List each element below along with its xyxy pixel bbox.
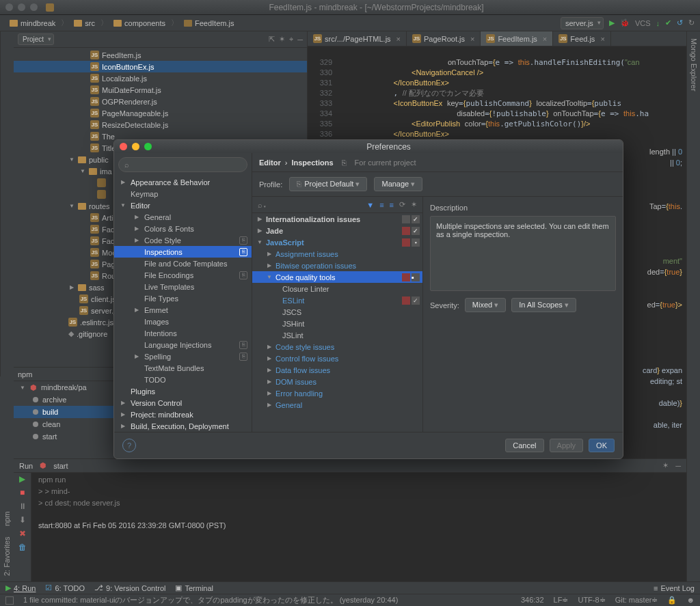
trash-icon[interactable]: 🗑 (18, 542, 27, 552)
pref-item[interactable]: Live Templates (114, 281, 252, 292)
vcs-commit-icon[interactable]: ✔ (665, 18, 671, 27)
inspection-item[interactable]: Closure Linter (252, 283, 422, 294)
hide-icon[interactable]: ─ (675, 462, 681, 470)
tool-version-control[interactable]: ⎇9: Version Control (94, 583, 165, 592)
pref-category[interactable]: ▶Build, Execution, Deployment (114, 420, 252, 432)
pref-item[interactable]: ▶Colors & Fonts (114, 223, 252, 234)
run-config-selector[interactable]: server.js (561, 17, 604, 29)
filter-icon[interactable]: ▼ (366, 201, 374, 209)
inspection-category[interactable]: ▼JavaScript▪ (252, 236, 422, 248)
pref-item[interactable]: TODO (114, 374, 252, 385)
file-row[interactable]: JSIconButtonEx.js (14, 61, 307, 72)
debug-icon[interactable]: 🐞 (620, 18, 630, 27)
collapse-icon[interactable]: ≡ (390, 201, 394, 209)
down-icon[interactable]: ⬇ (19, 515, 26, 525)
pref-item[interactable]: File Types (114, 292, 252, 304)
inspection-category[interactable]: ▶Internationalization issues✓ (252, 213, 422, 225)
close-icon[interactable]: × (470, 35, 474, 43)
dialog-traffic-lights[interactable] (120, 143, 152, 150)
stop-icon[interactable]: ■ (20, 488, 25, 497)
inspection-item[interactable]: JSLint (252, 329, 422, 341)
run-icon[interactable]: ▶ (609, 18, 615, 27)
breadcrumb-item[interactable]: FeedItem.js (180, 18, 238, 29)
scope-selector[interactable]: In All Scopes (511, 298, 576, 312)
close-icon[interactable]: × (600, 35, 604, 43)
chevron-down-icon[interactable]: ▼ (68, 203, 75, 209)
file-row[interactable]: JSResizeDetectable.js (14, 119, 307, 130)
window-traffic-lights[interactable] (5, 3, 38, 11)
minimize-icon[interactable] (132, 143, 139, 150)
inspection-code-quality-tools[interactable]: ▼Code quality tools▪ (252, 271, 422, 283)
project-scope-selector[interactable]: Project (18, 33, 54, 45)
tool-mongo[interactable]: Mongo Explorer (690, 38, 698, 92)
pref-item-inspections[interactable]: Inspections⎘ (114, 246, 252, 258)
pref-item[interactable]: Language Injections⎘ (114, 339, 252, 350)
close-icon[interactable]: ✖ (19, 529, 26, 538)
breadcrumb-item[interactable]: src (70, 18, 99, 29)
inspector-icon[interactable]: ☻ (686, 596, 695, 605)
inspection-item-eslint[interactable]: ESLint✓ (252, 294, 422, 306)
run-config-tab[interactable]: start (53, 462, 68, 470)
close-icon[interactable] (120, 143, 127, 150)
reset-icon[interactable]: ⟳ (399, 200, 405, 209)
editor-tab[interactable]: JSPageRoot.js× (407, 31, 481, 46)
file-row[interactable]: JSPageManageable.js (14, 107, 307, 119)
checkbox-icon[interactable]: ▪ (412, 238, 420, 247)
inspection-subcategory[interactable]: ▶Code style issues (252, 341, 422, 353)
editor-tab[interactable]: JSsrc/.../PageHTML.js× (308, 31, 407, 46)
minimize-icon[interactable] (18, 3, 25, 11)
npm-script[interactable]: start (14, 430, 113, 443)
breadcrumb-item[interactable]: mindbreak (5, 18, 59, 29)
preferences-search[interactable]: ⌕ (118, 157, 247, 172)
checkbox-icon[interactable]: ✓ (412, 297, 420, 305)
run-console[interactable]: npm run > > mind- > cd dest; node server… (31, 459, 686, 581)
checkbox-icon[interactable]: ✓ (412, 215, 420, 223)
tool-npm[interactable]: npm (3, 511, 11, 525)
pref-item[interactable]: File Encodings⎘ (114, 269, 252, 281)
close-icon[interactable]: × (396, 35, 401, 43)
file-row[interactable]: JSOGPRenderer.js (14, 96, 307, 107)
inspection-subcategory[interactable]: ▶General (252, 399, 422, 411)
chevron-down-icon[interactable]: ▼ (79, 168, 86, 174)
manage-button[interactable]: Manage (374, 177, 422, 191)
pref-item[interactable]: Keymap (114, 188, 252, 199)
pref-item[interactable]: ▶Code Style⎘ (114, 234, 252, 246)
gear-icon[interactable]: ✶ (662, 461, 669, 470)
square-icon[interactable] (5, 596, 14, 605)
checkbox-icon[interactable]: ✓ (412, 227, 420, 235)
line-separator[interactable]: LF≑ (554, 596, 569, 605)
file-row[interactable]: JSLocalizable.js (14, 72, 307, 84)
pref-item[interactable]: ▶General (114, 211, 252, 223)
inspection-category[interactable]: ▶Jade✓ (252, 225, 422, 236)
inspections-tree[interactable]: ▶Internationalization issues✓ ▶Jade✓ ▼Ja… (252, 213, 422, 432)
preferences-tree[interactable]: ▶Appearance & Behavior Keymap ▼Editor ▶G… (114, 176, 252, 432)
tool-run[interactable]: ▶4: Run (5, 583, 36, 592)
tool-event-log[interactable]: ≡Event Log (654, 584, 695, 592)
npm-script[interactable]: clean (14, 418, 113, 430)
tool-todo[interactable]: ☑6: TODO (45, 583, 85, 592)
vcs-update-icon[interactable]: ↓ (656, 19, 660, 27)
cancel-button[interactable]: Cancel (505, 439, 543, 452)
inspection-subcategory[interactable]: ▶Data flow issues (252, 364, 422, 376)
apply-button[interactable]: Apply (550, 439, 584, 452)
gear-icon[interactable]: ✶ (279, 35, 285, 44)
severity-selector[interactable]: Mixed (465, 298, 506, 312)
npm-package[interactable]: ▼⬢mindbreak/pa (14, 381, 113, 394)
collapse-icon[interactable]: ⇱ (269, 35, 275, 44)
zoom-icon[interactable] (144, 143, 152, 150)
profile-selector[interactable]: ⎘Project Default (289, 177, 367, 191)
inspection-subcategory[interactable]: ▶Error handling (252, 387, 422, 399)
caret-position[interactable]: 346:32 (521, 596, 544, 605)
close-icon[interactable]: × (543, 35, 547, 43)
inspection-item[interactable]: JSCS (252, 306, 422, 318)
pref-item[interactable]: ▶Emmet (114, 304, 252, 316)
pref-item[interactable]: File and Code Templates (114, 258, 252, 269)
ok-button[interactable]: OK (589, 439, 615, 452)
vcs-history-icon[interactable]: ↺ (677, 18, 683, 27)
checkbox-icon[interactable]: ▪ (412, 273, 420, 281)
pref-category[interactable]: ▶Version Control (114, 397, 252, 409)
hide-icon[interactable]: ─ (297, 36, 303, 44)
autoscroll-icon[interactable]: ⌖ (289, 35, 293, 44)
lock-icon[interactable]: 🔒 (667, 596, 677, 605)
help-button[interactable]: ? (122, 439, 136, 452)
